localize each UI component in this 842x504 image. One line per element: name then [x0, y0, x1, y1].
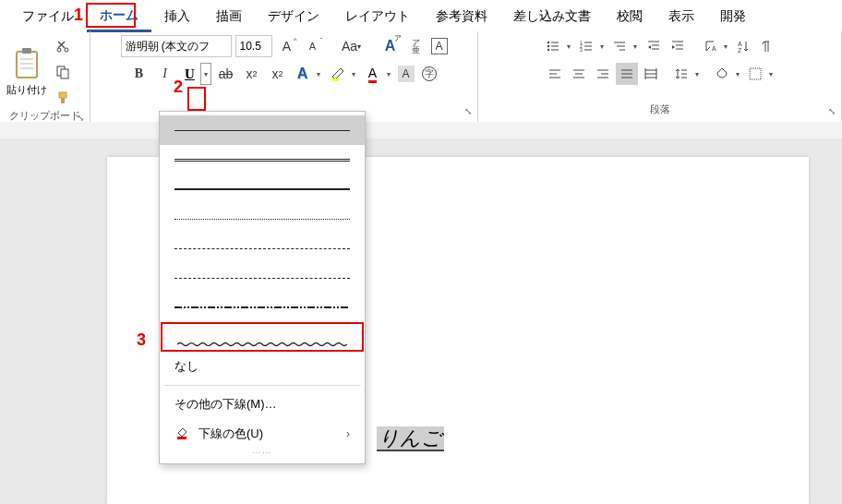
underline-style-dash-dot[interactable] [160, 263, 365, 293]
enclose-characters-icon[interactable]: 字 [418, 63, 440, 85]
underline-style-double[interactable] [160, 145, 365, 174]
paste-button[interactable]: 貼り付け [6, 48, 48, 97]
underline-style-thick[interactable] [160, 174, 365, 204]
svg-rect-1 [22, 48, 31, 54]
svg-point-6 [65, 48, 68, 52]
bullets-dropdown[interactable]: ▾ [563, 35, 574, 57]
paragraph-group-label: 段落 [650, 103, 670, 114]
paragraph-launcher[interactable]: ⤡ [828, 106, 836, 116]
copy-icon[interactable] [52, 61, 74, 83]
underline-style-dropdown: なし その他の下線(M)… 下線の色(U) › ⋯⋯ [159, 111, 366, 464]
font-size-input[interactable] [235, 35, 272, 57]
indent-decrease-button[interactable] [643, 35, 665, 57]
align-distribute-button[interactable] [640, 63, 662, 85]
strikethrough-button[interactable]: ab [215, 63, 237, 85]
borders-button[interactable] [745, 63, 765, 85]
underline-style-none[interactable]: なし [160, 352, 365, 381]
annotation-3: 3 [137, 330, 146, 349]
chevron-right-icon: › [346, 427, 350, 440]
underline-style-wave[interactable] [161, 322, 364, 352]
text-effects-dropdown[interactable]: ▾ [313, 63, 324, 85]
font-launcher[interactable]: ⤡ [464, 106, 472, 116]
tab-draw[interactable]: 描画 [203, 5, 255, 30]
svg-text:3: 3 [580, 47, 583, 53]
underline-style-dash-dot-dot[interactable] [160, 293, 365, 322]
align-right-button[interactable] [592, 63, 614, 85]
tab-design[interactable]: デザイン [255, 5, 332, 30]
indent-increase-button[interactable] [667, 35, 689, 57]
character-border-icon[interactable]: A [431, 38, 448, 54]
italic-button[interactable]: I [154, 63, 176, 85]
bold-button[interactable]: B [128, 63, 150, 85]
underline-style-dotted[interactable] [160, 204, 365, 234]
multilevel-dropdown[interactable]: ▾ [630, 35, 641, 57]
font-grow-icon[interactable]: A^ [276, 35, 298, 57]
align-justify-button[interactable] [616, 63, 638, 85]
annotation-2-box [187, 87, 206, 111]
font-shrink-icon[interactable]: Aˇ [302, 35, 324, 57]
align-left-button[interactable] [544, 63, 566, 85]
numbering-button[interactable]: 123 [576, 35, 596, 57]
superscript-button[interactable]: x2 [267, 63, 289, 85]
shading-button[interactable] [712, 63, 732, 85]
align-center-button[interactable] [568, 63, 590, 85]
clipboard-launcher[interactable]: ⤡ [77, 113, 84, 123]
cut-icon[interactable] [52, 35, 74, 57]
tab-references[interactable]: 参考資料 [423, 5, 500, 30]
tab-review[interactable]: 校閲 [604, 5, 656, 30]
dropdown-grip: ⋯⋯ [160, 449, 365, 458]
line-spacing-button[interactable] [671, 63, 692, 85]
bullets-button[interactable] [543, 35, 563, 57]
tab-layout[interactable]: レイアウト [332, 5, 423, 30]
font-color-dropdown[interactable]: ▾ [383, 63, 394, 85]
dropdown-separator [163, 385, 361, 386]
annotation-1-box [86, 3, 136, 28]
svg-rect-56 [750, 68, 761, 79]
tab-mailings[interactable]: 差し込み文書 [500, 5, 604, 30]
character-shading-icon[interactable]: A [398, 66, 415, 82]
tab-developer[interactable]: 開発 [707, 5, 759, 30]
underline-color-menu[interactable]: 下線の色(U) › [160, 419, 365, 449]
svg-text:A: A [712, 45, 716, 52]
svg-point-12 [547, 42, 548, 43]
text-effects-button[interactable]: A [293, 63, 313, 85]
show-marks-button[interactable] [755, 35, 777, 57]
underline-dropdown-button[interactable]: ▾ [200, 63, 211, 85]
change-case-icon[interactable]: Aa▾ [341, 35, 363, 57]
svg-text:Z: Z [738, 47, 742, 54]
svg-rect-57 [177, 437, 186, 439]
svg-rect-10 [61, 98, 65, 103]
underline-more-styles[interactable]: その他の下線(M)… [160, 390, 365, 419]
phonetic-guide-icon[interactable]: Aア [379, 35, 402, 57]
paint-bucket-icon [174, 426, 189, 443]
document-text[interactable]: りんご [377, 425, 444, 452]
svg-point-16 [547, 49, 548, 51]
subscript-button[interactable]: x2 [241, 63, 263, 85]
shading-dropdown[interactable]: ▾ [732, 63, 743, 85]
underline-style-single[interactable] [160, 115, 365, 145]
annotation-2: 2 [174, 78, 183, 96]
svg-point-14 [547, 45, 548, 47]
tab-insert[interactable]: 挿入 [151, 5, 203, 30]
svg-text:A: A [738, 41, 742, 47]
underline-style-dashed[interactable] [160, 234, 365, 263]
format-painter-icon[interactable] [52, 87, 74, 109]
paste-label: 貼り付け [6, 83, 47, 97]
text-direction-dropdown[interactable]: ▾ [720, 35, 731, 57]
numbering-dropdown[interactable]: ▾ [596, 35, 607, 57]
font-color-button[interactable]: A [363, 63, 383, 85]
text-direction-button[interactable]: A [700, 35, 720, 57]
line-spacing-dropdown[interactable]: ▾ [692, 63, 703, 85]
sort-button[interactable]: AZ [733, 35, 753, 57]
multilevel-button[interactable] [609, 35, 630, 57]
highlight-button[interactable] [328, 63, 348, 85]
font-name-input[interactable] [121, 35, 232, 57]
tab-view[interactable]: 表示 [656, 5, 707, 30]
highlight-dropdown[interactable]: ▾ [348, 63, 359, 85]
borders-dropdown[interactable]: ▾ [765, 63, 776, 85]
ruby-icon[interactable]: ア亜 [405, 35, 427, 57]
svg-point-5 [57, 48, 61, 52]
svg-rect-0 [17, 52, 37, 78]
clipboard-group-label: クリップボード [9, 110, 80, 121]
annotation-1: 1 [74, 6, 83, 24]
